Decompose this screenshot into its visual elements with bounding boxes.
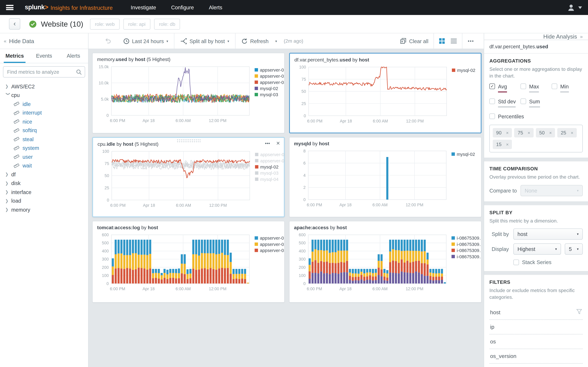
svg-text:50: 50 — [104, 173, 109, 178]
drag-handle[interactable] — [176, 139, 200, 142]
svg-text:6:00 PM: 6:00 PM — [307, 119, 322, 123]
chart-title: df.var.percent_bytes.used by host — [290, 53, 481, 63]
aggregation-avg[interactable]: ✓Avg — [489, 83, 520, 92]
chart-card-cpu-idle[interactable]: •••✕ cpu.idle by host (5 Highest) 025507… — [92, 137, 285, 217]
metric-ruler-icon — [13, 146, 19, 150]
svg-text:0: 0 — [304, 114, 306, 118]
svg-text:0: 0 — [106, 113, 109, 118]
aggregation-percentiles[interactable]: Percentiles — [489, 113, 583, 119]
tree-metric-softirq[interactable]: softirq — [0, 126, 88, 135]
collapse-left-icon: « — [4, 38, 6, 44]
back-button[interactable]: ‹ — [9, 18, 20, 30]
split-icon — [181, 38, 187, 44]
chart-card-memory-used[interactable]: •••✕ memory.used by host (5 Highest) 05.… — [92, 53, 285, 133]
grid-view-button[interactable] — [434, 38, 450, 44]
filters-description: Include or exclude metrics from specific… — [489, 287, 583, 300]
hide-data-button[interactable]: « Hide Data — [0, 33, 88, 49]
tree-node-interface[interactable]: ❯interface — [0, 188, 88, 197]
chip-remove-icon[interactable]: × — [506, 142, 509, 147]
svg-text:12:00 PM: 12:00 PM — [406, 203, 423, 207]
aggregation-max[interactable]: Max — [520, 83, 552, 92]
tree-node-load[interactable]: ❯load — [0, 196, 88, 205]
svg-text:200: 200 — [299, 265, 306, 270]
svg-text:25: 25 — [104, 186, 109, 190]
filter-row-ip[interactable]: ip — [489, 320, 583, 334]
tree-node-disk[interactable]: ❯disk — [0, 179, 88, 188]
hamburger-menu-icon[interactable] — [6, 5, 13, 10]
tag-role-web[interactable]: role: web — [90, 18, 120, 29]
svg-text:appserver-02: appserver-02 — [260, 74, 284, 79]
tag-role-api[interactable]: role: api — [123, 18, 150, 29]
time-range-picker[interactable]: Last 24 hours▾ — [117, 38, 174, 44]
chevron-right-icon: ❯ — [5, 207, 11, 212]
chip-remove-icon[interactable]: × — [528, 130, 530, 135]
chart-card-df-var-percent-bytes-used[interactable]: •••✕ df.var.percent_bytes.used by host 0… — [289, 53, 481, 133]
chart-card-mysqld[interactable]: •••✕ mysqld by host 024686:00 PMApr 186:… — [289, 137, 481, 217]
chart-title: tomcat:access:log by host — [93, 221, 284, 230]
refresh-button[interactable]: Refresh — [235, 38, 275, 44]
aggregation-std-dev[interactable]: Std dev — [489, 99, 520, 108]
svg-text:Apr 18: Apr 18 — [340, 119, 352, 123]
tree-metric-wait[interactable]: wait — [0, 161, 88, 170]
tree-metric-steal[interactable]: steal — [0, 135, 88, 144]
user-avatar-icon[interactable] — [567, 3, 575, 12]
tab-events[interactable]: Events — [29, 49, 59, 63]
tag-role-db[interactable]: role: db — [154, 18, 180, 29]
chart-menu-button[interactable]: ••• — [265, 141, 270, 146]
display-count-select[interactable]: 5▾ — [565, 243, 583, 255]
caret-down-icon: ▾ — [227, 39, 229, 43]
chip-remove-icon[interactable]: × — [506, 130, 509, 135]
undo-button[interactable] — [99, 38, 117, 44]
more-options-button[interactable]: ••• — [462, 38, 479, 44]
split-by-heading: SPLIT BY — [489, 210, 583, 215]
user-menu-caret-icon[interactable] — [578, 6, 582, 9]
filter-row-role[interactable]: role — [489, 364, 583, 367]
chevron-right-icon: ❯ — [5, 190, 11, 194]
hide-analysis-button[interactable]: Hide Analysis » — [484, 33, 588, 40]
tree-node-aws-ec2[interactable]: ❯AWS/EC2 — [0, 82, 88, 91]
list-view-button[interactable] — [450, 39, 462, 43]
tree-metric-system[interactable]: system — [0, 144, 88, 152]
display-mode-select[interactable]: Highest▾ — [513, 243, 561, 255]
stack-series-checkbox[interactable]: Stack Series — [513, 259, 583, 265]
aggregation-min[interactable]: Min — [552, 83, 583, 92]
search-input[interactable] — [6, 69, 76, 75]
selected-metric-name: df.var.percent_bytes.used — [484, 40, 588, 53]
tree-node-memory[interactable]: ❯memory — [0, 205, 88, 214]
chip-remove-icon[interactable]: × — [549, 130, 552, 135]
percentile-chip-15: 15× — [493, 140, 512, 149]
chart-plot: 02550751006:00 PMApr 186:00 AM12:00 PMap… — [93, 148, 285, 216]
filters-block: FILTERS Include or exclude metrics from … — [484, 275, 588, 367]
chip-remove-icon[interactable]: × — [571, 130, 573, 135]
tree-metric-idle[interactable]: idle — [0, 100, 88, 108]
nav-item-alerts[interactable]: Alerts — [209, 4, 222, 10]
tree-metric-user[interactable]: user — [0, 152, 88, 161]
aggregation-sum[interactable]: Sum — [520, 99, 552, 108]
split-by-select[interactable]: host▾ — [513, 228, 583, 240]
chart-card-apache-access[interactable]: •••✕ apache:access by host 0100200300400… — [289, 221, 481, 303]
nav-item-investigate[interactable]: Investigate — [131, 4, 156, 10]
tree-node-df[interactable]: ❯df — [0, 170, 88, 179]
chart-card-tomcat-access-log[interactable]: •••✕ tomcat:access:log by host 010020030… — [92, 221, 285, 303]
svg-text:mysql-03: mysql-03 — [260, 92, 278, 97]
tree-node-cpu[interactable]: ❯cpu — [0, 91, 88, 100]
status-ok-icon — [29, 20, 36, 27]
compare-to-select[interactable]: None▾ — [521, 185, 583, 196]
chart-close-button[interactable]: ✕ — [276, 141, 280, 146]
nav-item-configure[interactable]: Configure — [171, 4, 194, 10]
filter-row-host[interactable]: host — [489, 305, 583, 320]
clear-all-button[interactable]: Clear all — [395, 38, 434, 44]
filter-row-os_version[interactable]: os_version — [489, 349, 583, 364]
refresh-caret[interactable]: ▾ — [275, 39, 283, 43]
percentile-chip-90: 90× — [493, 128, 512, 137]
splunk-logo[interactable]: splunk> — [25, 4, 48, 11]
metric-search[interactable] — [3, 66, 85, 77]
svg-text:mysql-02: mysql-02 — [260, 86, 278, 91]
tab-alerts[interactable]: Alerts — [59, 49, 88, 63]
tree-metric-interrupt[interactable]: interrupt — [0, 108, 88, 117]
split-all-picker[interactable]: Split all by host▾ — [174, 38, 235, 44]
svg-text:6:00 AM: 6:00 AM — [372, 287, 388, 291]
tree-metric-nice[interactable]: nice — [0, 117, 88, 126]
filter-row-os[interactable]: os — [489, 334, 583, 349]
tab-metrics[interactable]: Metrics — [0, 49, 29, 63]
